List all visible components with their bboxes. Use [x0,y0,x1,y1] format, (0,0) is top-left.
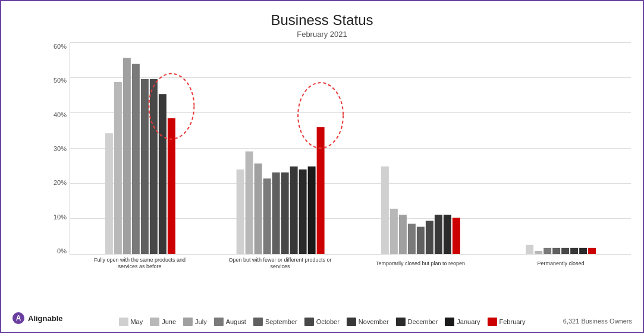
legend-label: August [226,318,246,325]
y-label-60: 60% [37,43,70,50]
legend-label: November [359,318,389,325]
svg-text:A: A [16,314,21,322]
legend-swatch [304,318,314,326]
legend-label: July [195,318,207,325]
legend-label: December [408,318,438,325]
legend-item: May [118,318,143,326]
y-label-40: 40% [37,111,70,118]
x-label-cat2: Open but with fewer or different product… [210,255,350,272]
chart-area: 0% 10% 20% 30% 40% 50% 60% Fully ope [37,43,631,272]
legend-item: August [214,318,246,326]
legend-label: May [130,318,143,325]
y-axis: 0% 10% 20% 30% 40% 50% 60% [37,43,70,255]
legend-item: February [488,318,526,326]
x-label-cat4: Permanently closed [491,255,631,272]
legend-swatch [118,318,128,326]
legend-swatch [183,318,193,326]
y-label-30: 30% [37,145,70,152]
legend-swatch [396,318,406,326]
legend-swatch [214,318,224,326]
bars-canvas [70,43,631,254]
y-label-10: 10% [37,213,70,221]
y-label-50: 50% [37,77,70,84]
legend-item: January [445,318,480,326]
chart-subtitle: February 2021 [1,30,643,39]
brand-logo: A Alignable [12,312,63,325]
legend-swatch [347,318,356,326]
legend-swatch [445,318,454,326]
x-axis: Fully open with the same products andser… [70,255,631,272]
legend-item: June [150,318,176,326]
y-label-20: 20% [37,179,70,186]
plot-area [70,43,631,255]
legend-swatch [253,318,263,326]
legend-label: February [500,318,526,325]
legend-label: September [265,318,297,325]
legend-item: November [347,318,389,326]
chart-container: Business Status February 2021 0% 10% 20%… [0,0,644,333]
alignable-icon: A [12,312,25,325]
x-label-cat1: Fully open with the same products andser… [70,255,210,272]
legend-item: October [304,318,340,326]
brand-name: Alignable [28,314,63,323]
legend-swatch [150,318,159,326]
legend-label: January [457,318,480,325]
legend-swatch [488,318,497,326]
legend-item: July [183,318,207,326]
legend-label: October [316,318,340,325]
legend-item: September [253,318,297,326]
x-label-cat3: Temporarily closed but plan to reopen [350,255,491,272]
legend-item: December [396,318,438,326]
sample-count: 6,321 Business Owners [563,318,632,325]
y-label-0: 0% [37,247,70,255]
legend-label: June [162,318,176,325]
legend: MayJuneJulyAugustSeptemberOctoberNovembe… [118,318,525,326]
chart-title: Business Status [1,1,643,29]
